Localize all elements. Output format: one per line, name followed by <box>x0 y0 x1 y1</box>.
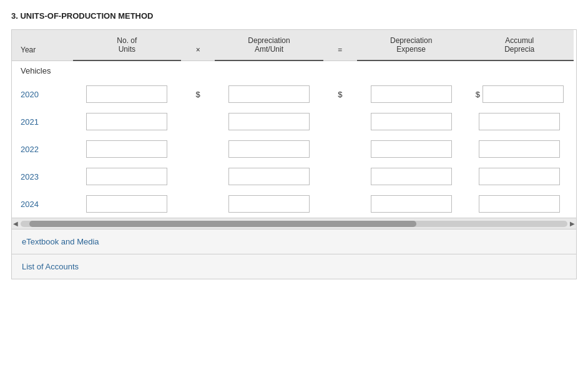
vehicles-label-row: Vehicles <box>12 60 574 80</box>
year-2022: 2022 <box>12 135 73 163</box>
header-accum: Accumul Deprecia <box>465 30 574 60</box>
dep-amt-input-cell-2024 <box>215 190 323 218</box>
dep-exp-input-2020[interactable] <box>371 85 452 103</box>
dep-exp-input-2021[interactable] <box>371 113 452 130</box>
table-wrapper: Year No. of Units × Depreciation Amt/Uni… <box>11 29 577 229</box>
mult-symbol-2020: $ <box>181 80 215 108</box>
dep-exp-input-cell-2020 <box>357 80 465 108</box>
scrollbar-thumb[interactable] <box>29 221 416 227</box>
eq-symbol-2021 <box>323 108 357 135</box>
dep-amt-input-cell-2022 <box>215 135 323 163</box>
accum-dollar-2020: $ <box>476 90 480 99</box>
dep-amt-input-2023[interactable] <box>228 168 310 185</box>
dep-amt-input-2024[interactable] <box>228 195 310 213</box>
table-row: 2023 <box>12 163 574 190</box>
eq-symbol-2020: $ <box>323 80 357 108</box>
units-input-cell-2023 <box>73 163 181 190</box>
scrollbar-arrow-right[interactable]: ▶ <box>570 220 575 227</box>
header-dep-exp: Depreciation Expense <box>357 30 465 60</box>
table-row: 2020 $ $ $ <box>12 80 574 108</box>
mult-symbol-2022 <box>181 135 215 163</box>
dep-exp-input-2023[interactable] <box>371 168 452 185</box>
footer-items: eTextbook and Media List of Accounts <box>11 229 577 279</box>
accum-input-2021[interactable] <box>479 113 560 130</box>
dep-amt-input-2022[interactable] <box>228 140 310 158</box>
scrollbar-arrow-left[interactable]: ◀ <box>13 220 18 227</box>
dep-amt-input-cell-2023 <box>215 163 323 190</box>
eq-symbol-2024 <box>323 190 357 218</box>
accum-input-2023[interactable] <box>479 168 560 185</box>
dep-exp-input-2024[interactable] <box>371 195 452 213</box>
units-input-2024[interactable] <box>86 195 167 213</box>
accum-input-2024[interactable] <box>479 195 560 213</box>
mult-symbol-2023 <box>181 163 215 190</box>
etextbook-media-item[interactable]: eTextbook and Media <box>11 229 577 254</box>
units-input-cell-2021 <box>73 108 181 135</box>
table-row: 2022 <box>12 135 574 163</box>
header-units: No. of Units <box>73 30 181 60</box>
main-table: Year No. of Units × Depreciation Amt/Uni… <box>12 30 574 218</box>
eq-symbol-2022 <box>323 135 357 163</box>
header-year: Year <box>12 30 73 60</box>
units-input-cell-2020 <box>73 80 181 108</box>
units-input-2023[interactable] <box>86 168 167 185</box>
accum-input-cell-2020: $ <box>465 80 574 108</box>
list-of-accounts-item[interactable]: List of Accounts <box>11 254 577 279</box>
units-input-2021[interactable] <box>86 113 167 130</box>
header-row: Year No. of Units × Depreciation Amt/Uni… <box>12 30 574 60</box>
accum-input-cell-2021 <box>465 108 574 135</box>
header-mult: × <box>181 30 215 60</box>
accum-input-2020[interactable] <box>483 85 564 103</box>
scrollbar-track[interactable] <box>21 221 567 227</box>
eq-symbol-2023 <box>323 163 357 190</box>
mult-symbol-2024 <box>181 190 215 218</box>
dep-amt-input-cell-2021 <box>215 108 323 135</box>
vehicles-label: Vehicles <box>12 60 574 80</box>
dep-amt-input-2020[interactable] <box>228 85 310 103</box>
accum-input-cell-2022 <box>465 135 574 163</box>
dep-exp-input-cell-2023 <box>357 163 465 190</box>
units-input-cell-2022 <box>73 135 181 163</box>
year-2024: 2024 <box>12 190 73 218</box>
year-2021: 2021 <box>12 108 73 135</box>
units-input-2020[interactable] <box>86 85 167 103</box>
mult-symbol-2021 <box>181 108 215 135</box>
table-row: 2024 <box>12 190 574 218</box>
horizontal-scrollbar[interactable]: ◀ ▶ <box>12 218 576 229</box>
dep-exp-input-cell-2024 <box>357 190 465 218</box>
table-scroll-inner: Year No. of Units × Depreciation Amt/Uni… <box>12 30 574 218</box>
page-container: 3. UNITS-OF-PRODUCTION METHOD Year No. o… <box>0 0 588 279</box>
dep-amt-input-2021[interactable] <box>228 113 310 130</box>
accum-input-cell-2024 <box>465 190 574 218</box>
dep-exp-input-cell-2021 <box>357 108 465 135</box>
dep-exp-input-2022[interactable] <box>371 140 452 158</box>
year-2023: 2023 <box>12 163 73 190</box>
year-2020: 2020 <box>12 80 73 108</box>
section-title: 3. UNITS-OF-PRODUCTION METHOD <box>11 11 577 21</box>
header-dep-amt: Depreciation Amt/Unit <box>215 30 323 60</box>
accum-input-cell-2023 <box>465 163 574 190</box>
table-row: 2021 <box>12 108 574 135</box>
units-input-2022[interactable] <box>86 140 167 158</box>
header-eq: = <box>323 30 357 60</box>
dep-exp-input-cell-2022 <box>357 135 465 163</box>
units-input-cell-2024 <box>73 190 181 218</box>
dep-amt-input-cell-2020 <box>215 80 323 108</box>
accum-input-2022[interactable] <box>479 140 560 158</box>
